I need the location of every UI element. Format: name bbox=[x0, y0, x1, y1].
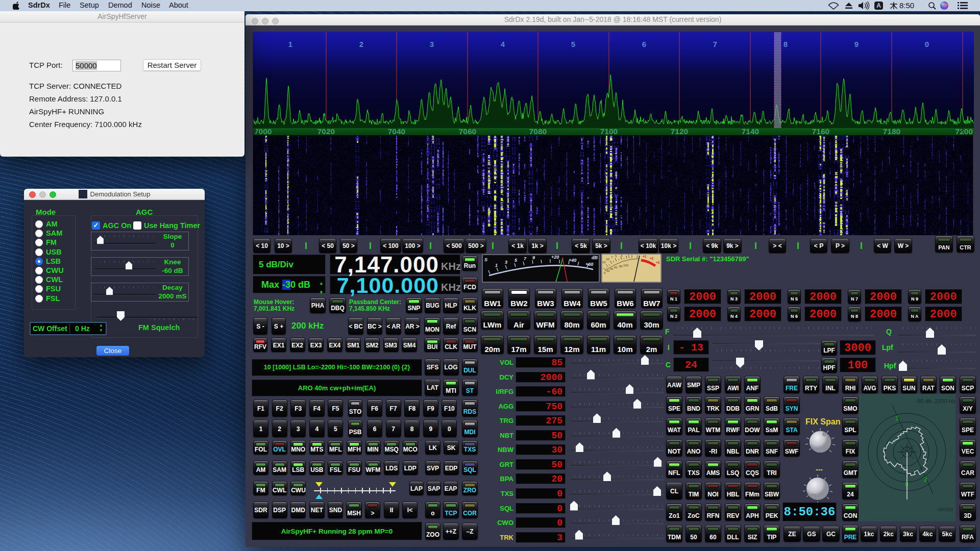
svg-text:7: 7 bbox=[524, 256, 527, 261]
svg-text:7000: 7000 bbox=[254, 127, 272, 135]
svg-text:2: 2 bbox=[924, 476, 927, 483]
svg-text:5: 5 bbox=[615, 255, 617, 258]
svg-text:-80 db, 2200 Hz: -80 db, 2200 Hz bbox=[916, 398, 955, 404]
svg-text:0: 0 bbox=[925, 40, 929, 48]
svg-text:S: S bbox=[484, 257, 487, 262]
svg-text:9: 9 bbox=[854, 40, 859, 48]
svg-text:1: 1 bbox=[288, 40, 292, 48]
svg-text:100: 100 bbox=[623, 264, 629, 267]
svg-text:+60: +60 bbox=[585, 262, 593, 267]
svg-text:20: 20 bbox=[602, 261, 606, 264]
svg-text:3: 3 bbox=[430, 40, 434, 48]
svg-text:0: 0 bbox=[604, 271, 606, 274]
svg-text:+3: +3 bbox=[656, 261, 660, 264]
svg-text:4: 4 bbox=[501, 40, 505, 48]
svg-text:7: 7 bbox=[611, 256, 613, 259]
svg-text:5: 5 bbox=[571, 40, 575, 48]
svg-text:40: 40 bbox=[610, 267, 614, 270]
svg-text:60: 60 bbox=[614, 266, 618, 269]
svg-text:7: 7 bbox=[713, 40, 717, 48]
svg-text:3: 3 bbox=[621, 255, 623, 257]
svg-text:8: 8 bbox=[783, 40, 788, 48]
svg-text:+2: +2 bbox=[650, 257, 654, 260]
svg-text:+20: +20 bbox=[551, 255, 559, 260]
svg-text:+1: +1 bbox=[643, 255, 647, 258]
svg-text:5: 5 bbox=[514, 258, 518, 263]
svg-text:1: 1 bbox=[495, 263, 498, 268]
svg-text:1: 1 bbox=[895, 415, 899, 422]
svg-text:6: 6 bbox=[642, 40, 646, 48]
svg-text:7200: 7200 bbox=[955, 127, 973, 135]
svg-text:dB: dB bbox=[592, 255, 598, 260]
svg-text:10: 10 bbox=[606, 258, 609, 261]
svg-text:Vector: Vector bbox=[938, 506, 954, 512]
svg-text:1: 1 bbox=[628, 255, 630, 257]
svg-text:9: 9 bbox=[532, 255, 535, 260]
svg-text:80: 80 bbox=[619, 265, 623, 268]
svg-text:+40: +40 bbox=[569, 258, 576, 263]
svg-text:2: 2 bbox=[359, 40, 363, 48]
svg-text:3: 3 bbox=[505, 260, 507, 265]
